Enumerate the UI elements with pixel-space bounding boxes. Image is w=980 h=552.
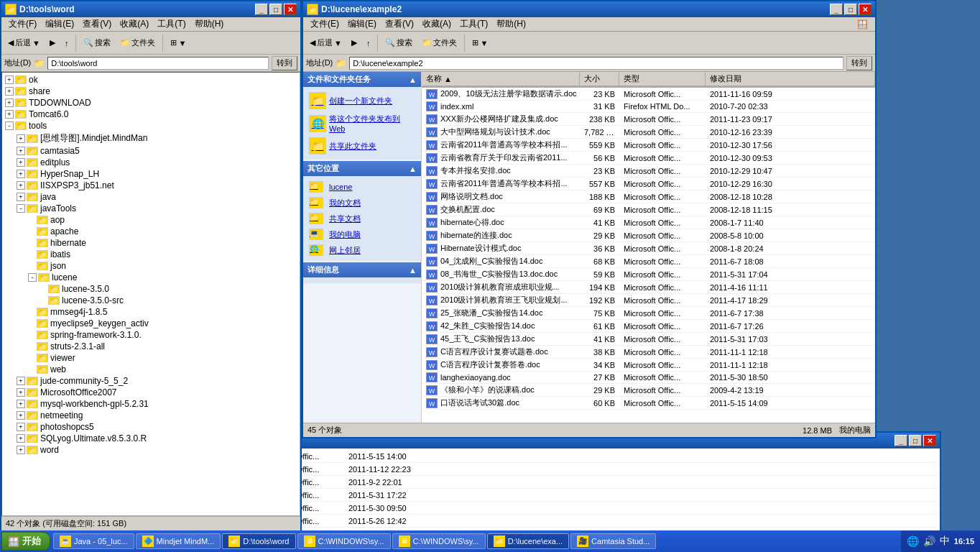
folders-btn-right[interactable]: 📁 文件夹 xyxy=(418,34,461,52)
address-input-right[interactable] xyxy=(349,57,843,70)
expand-hypersnap[interactable]: + xyxy=(17,170,25,178)
folders-btn-left[interactable]: 📁 文件夹 xyxy=(116,34,159,52)
tree-item-lucene[interactable]: - 📁 lucene xyxy=(27,272,298,283)
tree-item-editplus[interactable]: + 📁 editplus xyxy=(15,157,298,168)
place-network[interactable]: 🌐 网上邻居 xyxy=(309,242,415,258)
taskbar-item-mindjet[interactable]: 🔷 Mindjet MindM... xyxy=(136,533,221,549)
tree-item-jude[interactable]: + 📁 jude-community-5_5_2 xyxy=(15,375,298,387)
file-row-17[interactable]: W 25_张晓潘_C实验报告14.doc 75 KB Microsoft Off… xyxy=(422,307,875,320)
tree-item-mindmap[interactable]: + 📁 [思维导图].Mindjet.MindMan xyxy=(15,132,298,145)
file-row-12[interactable]: W Hibernate设计模式.doc 36 KB Microsoft Offi… xyxy=(422,242,875,255)
tree-item-myeclipse[interactable]: 📁 myeclipse9_keygen_activ xyxy=(27,318,298,329)
menu-fav-right[interactable]: 收藏(A) xyxy=(418,17,456,31)
back-btn-right[interactable]: ◀ 后退 ▼ xyxy=(306,34,346,52)
place-lucene[interactable]: 📁 lucene xyxy=(309,179,415,195)
tree-item-mmseg[interactable]: 📁 mmseg4j-1.8.5 xyxy=(27,306,298,318)
expand-tomcat[interactable]: + xyxy=(5,110,14,119)
file-row-0[interactable]: W 2009、10级无法注册学籍数据请示.doc 23 KB Microsoft… xyxy=(422,88,875,101)
tree-item-share[interactable]: + 📁 share xyxy=(4,86,298,97)
expand-javatools[interactable]: - xyxy=(17,204,25,213)
minimize-btn-right[interactable]: _ xyxy=(830,4,843,15)
tree-item-tools[interactable]: - 📁 tools xyxy=(4,120,298,132)
expand-tools[interactable]: - xyxy=(5,121,14,130)
tree-item-camtasia[interactable]: + 📁 camtasia5 xyxy=(15,145,298,157)
views-btn-right[interactable]: ⊞ ▼ xyxy=(468,34,491,52)
tree-item-web[interactable]: 📁 web xyxy=(27,364,298,375)
expand-tddownload[interactable]: + xyxy=(5,98,14,107)
menu-tools-right[interactable]: 工具(T) xyxy=(456,17,492,31)
col-header-name[interactable]: 名称 ▲ xyxy=(422,72,580,86)
taskbar-item-cmd2[interactable]: 🖥 C:\WINDOWS\sy... xyxy=(392,533,486,549)
minimize-btn-left[interactable]: _ xyxy=(255,4,268,15)
taskbar-item-lucene[interactable]: 📁 D:\lucene\exa... xyxy=(487,533,569,549)
forward-btn-right[interactable]: ▶ xyxy=(348,34,361,52)
file-row-19[interactable]: W 45_王飞_C实验报告13.doc 41 KB Microsoft Offi… xyxy=(422,333,875,346)
maximize-btn-right[interactable]: □ xyxy=(844,4,857,15)
tree-item-viewer[interactable]: 📁 viewer xyxy=(27,352,298,364)
menu-fav-left[interactable]: 收藏(A) xyxy=(116,17,153,31)
expand-sqlyog[interactable]: + xyxy=(17,434,25,443)
tree-item-lucene350src[interactable]: 📁 lucene-3.5.0-src xyxy=(38,295,298,306)
file-row-11[interactable]: W hibernate的连接.doc 29 KB Microsoft Offic… xyxy=(422,229,875,242)
file-row-20[interactable]: W C语言程序设计复赛试题卷.doc 38 KB Microsoft Offic… xyxy=(422,346,875,359)
tree-item-iis[interactable]: + 📁 IISXPSP3_jb51.net xyxy=(15,180,298,191)
tree-item-ibatis[interactable]: 📁 ibatis xyxy=(27,249,298,260)
details-header[interactable]: 详细信息 ▲ xyxy=(303,262,421,277)
up-btn-left[interactable]: ↑ xyxy=(61,34,73,52)
tree-item-ok[interactable]: + 📁 ok xyxy=(4,74,298,86)
tree-item-spring[interactable]: 📁 spring-framework-3.1.0. xyxy=(27,329,298,341)
share-link[interactable]: 📁 共享此文件夹 xyxy=(309,135,415,157)
tree-item-photoshop[interactable]: + 📁 photoshopcs5 xyxy=(15,421,298,433)
tree-item-lucene350[interactable]: 📁 lucene-3.5.0 xyxy=(38,283,298,295)
file-row-2[interactable]: W XXX新办公楼网络扩建及集成.doc 238 KB Microsoft Of… xyxy=(422,113,875,126)
menu-edit-left[interactable]: 编辑(E) xyxy=(41,17,78,31)
back-dropdown-icon[interactable]: ▼ xyxy=(32,39,40,47)
taskbar-item-cmd1[interactable]: 🖥 C:\WINDOWS\sy... xyxy=(297,533,391,549)
tree-item-json[interactable]: 📁 json xyxy=(27,260,298,272)
views-dropdown-right[interactable]: ▼ xyxy=(480,39,488,47)
back-btn-left[interactable]: ◀ 后退 ▼ xyxy=(4,34,44,52)
menu-help-left[interactable]: 帮助(H) xyxy=(190,17,228,31)
expand-msoffice[interactable]: + xyxy=(17,388,25,397)
menu-file-left[interactable]: 文件(F) xyxy=(4,17,41,31)
file-row-4[interactable]: W 云南省2011年普通高等学校本科招... 559 KB Microsoft … xyxy=(422,139,875,152)
taskbar-item-java[interactable]: ☕ Java - 05_luc... xyxy=(53,533,134,549)
file-row-23[interactable]: W 《狼和小羊》的说课稿.doc 29 KB Microsoft Offic..… xyxy=(422,384,875,397)
expand-ok[interactable]: + xyxy=(5,75,14,84)
menu-view-left[interactable]: 查看(V) xyxy=(78,17,116,31)
tree-item-javatools[interactable]: - 📁 javaTools xyxy=(15,203,298,214)
file-row-15[interactable]: W 2010级计算机教育班成班职业规... 194 KB Microsoft O… xyxy=(422,281,875,294)
back-dropdown-icon-right[interactable]: ▼ xyxy=(334,39,342,47)
close-btn-right[interactable]: ✕ xyxy=(859,4,872,15)
file-tasks-header[interactable]: 文件和文件夹任务 ▲ xyxy=(303,72,421,87)
views-dropdown-left[interactable]: ▼ xyxy=(178,39,186,47)
expand-iis[interactable]: + xyxy=(17,181,25,190)
file-row-8[interactable]: W 网络说明文档.doc 188 KB Microsoft Offic... 2… xyxy=(422,190,875,203)
place-mycomputer[interactable]: 💻 我的电脑 xyxy=(309,226,415,242)
tree-item-msoffice[interactable]: + 📁 MicrosoftOffice2007 xyxy=(15,387,298,398)
publish-link[interactable]: 🌐 将这个文件夹发布到 Web xyxy=(309,111,415,135)
address-go-left[interactable]: 转到 xyxy=(272,56,297,70)
file-row-9[interactable]: W 交换机配置.doc 69 KB Microsoft Offic... 200… xyxy=(422,203,875,216)
expand-share[interactable]: + xyxy=(5,87,14,96)
file-row-5[interactable]: W 云南省教育厅关于印发云南省2011... 56 KB Microsoft O… xyxy=(422,152,875,165)
close-btn-left[interactable]: ✕ xyxy=(284,4,297,15)
tree-item-sqlyog[interactable]: + 📁 SQLyog.Ultimate.v8.5.3.0.R xyxy=(15,433,298,444)
file-row-22[interactable]: W langhexiaoyang.doc 27 KB Microsoft Off… xyxy=(422,372,875,384)
expand-jude[interactable]: + xyxy=(17,377,25,385)
expand-camtasia[interactable]: + xyxy=(17,147,25,155)
tree-item-hibernate[interactable]: 📁 hibernate xyxy=(27,237,298,249)
menu-help-right[interactable]: 帮助(H) xyxy=(492,17,530,31)
menu-edit-right[interactable]: 编辑(E) xyxy=(343,17,381,31)
tree-item-java[interactable]: + 📁 java xyxy=(15,191,298,203)
maximize-btn-left[interactable]: □ xyxy=(269,4,282,15)
file-row-10[interactable]: W hibernate心得.doc 41 KB Microsoft Offic.… xyxy=(422,216,875,229)
tree-item-tomcat[interactable]: + 📁 Tomcat6.0 xyxy=(4,109,298,120)
create-folder-link[interactable]: 📁 创建一个新文件夹 xyxy=(309,90,415,111)
col-header-size[interactable]: 大小 xyxy=(580,72,619,86)
up-btn-right[interactable]: ↑ xyxy=(363,34,374,52)
search-btn-left[interactable]: 🔍 搜索 xyxy=(80,34,114,52)
search-btn-right[interactable]: 🔍 搜索 xyxy=(382,34,416,52)
tree-item-hypersnap[interactable]: + 📁 HyperSnap_LH xyxy=(15,168,298,180)
file-row-7[interactable]: W 云南省2011年普通高等学校本科招... 557 KB Microsoft … xyxy=(422,178,875,190)
